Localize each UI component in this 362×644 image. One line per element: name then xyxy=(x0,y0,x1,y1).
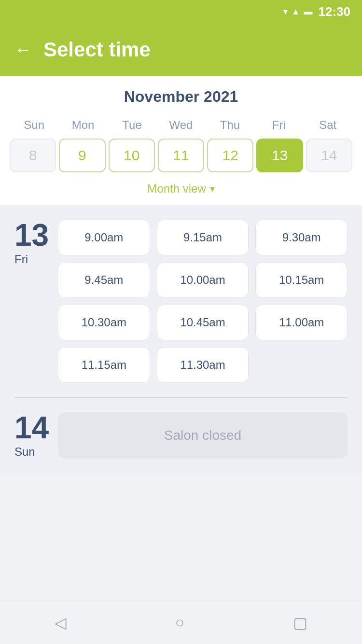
day-number: 13 xyxy=(14,220,58,251)
time-slots-section: 13Fri9.00am9.15am9.30am9.45am10.00am10.1… xyxy=(0,205,362,473)
time-slot[interactable]: 10.00am xyxy=(157,262,249,298)
calendar-date: 8 xyxy=(10,139,56,172)
date-row: 891011121314 xyxy=(10,139,352,172)
weekday-label: Mon xyxy=(58,115,107,135)
calendar-section: November 2021 SunMonTueWedThuFriSat 8910… xyxy=(0,76,362,205)
weekday-row: SunMonTueWedThuFriSat xyxy=(10,115,352,135)
back-button[interactable]: ← xyxy=(14,41,32,58)
nav-recent-icon[interactable]: ▢ xyxy=(293,614,307,632)
time-slots-grid: 9.00am9.15am9.30am9.45am10.00am10.15am10… xyxy=(58,220,348,383)
time-slot[interactable]: 9.15am xyxy=(157,220,249,255)
time-slot[interactable]: 9.00am xyxy=(58,220,150,255)
day-name: Sun xyxy=(14,445,58,459)
wifi-icon: ▾ xyxy=(283,6,288,17)
page-title: Select time xyxy=(43,38,151,61)
status-time: 12:30 xyxy=(319,4,351,19)
status-icons: ▾ ▲ ▬ xyxy=(283,6,313,17)
calendar-date[interactable]: 12 xyxy=(207,139,253,172)
month-view-label[interactable]: Month view xyxy=(147,182,206,196)
time-slot[interactable]: 10.45am xyxy=(157,305,249,340)
weekday-label: Thu xyxy=(206,115,254,135)
day-number-block: 13Fri xyxy=(14,220,58,266)
calendar-date[interactable]: 11 xyxy=(158,139,204,172)
app-header: ← Select time xyxy=(0,23,362,76)
status-bar: ▾ ▲ ▬ 12:30 xyxy=(0,0,362,23)
day-section: 14SunSalon closed xyxy=(14,398,348,459)
battery-icon: ▬ xyxy=(304,7,313,17)
time-slot[interactable]: 11.15am xyxy=(58,347,150,383)
day-header: 13Fri9.00am9.15am9.30am9.45am10.00am10.1… xyxy=(14,220,348,383)
time-slot[interactable]: 9.45am xyxy=(58,262,150,298)
day-name: Fri xyxy=(14,252,58,266)
nav-back-icon[interactable]: ◁ xyxy=(55,614,67,632)
salon-closed-label: Salon closed xyxy=(58,412,348,459)
weekday-label: Wed xyxy=(156,115,205,135)
day-section: 13Fri9.00am9.15am9.30am9.45am10.00am10.1… xyxy=(14,205,348,383)
calendar-date[interactable]: 10 xyxy=(109,139,155,172)
time-slot[interactable]: 11.00am xyxy=(255,305,348,340)
calendar-date: 14 xyxy=(306,139,352,172)
day-number: 14 xyxy=(14,412,58,443)
calendar-date[interactable]: 13 xyxy=(256,139,303,172)
time-slot[interactable]: 9.30am xyxy=(255,220,348,255)
weekday-label: Fri xyxy=(254,115,303,135)
month-view-toggle[interactable]: Month view ▾ xyxy=(10,178,352,197)
weekday-label: Sat xyxy=(304,115,352,135)
bottom-navigation: ◁ ○ ▢ xyxy=(0,601,362,644)
time-slot[interactable]: 10.30am xyxy=(58,305,150,340)
month-label: November 2021 xyxy=(10,88,352,106)
signal-icon: ▲ xyxy=(292,7,300,17)
time-slot[interactable]: 10.15am xyxy=(255,262,348,298)
weekday-label: Tue xyxy=(108,115,156,135)
chevron-down-icon: ▾ xyxy=(210,183,215,195)
day-number-block: 14Sun xyxy=(14,412,58,459)
calendar-date[interactable]: 9 xyxy=(59,139,105,172)
time-slot[interactable]: 11.30am xyxy=(157,347,249,383)
day-header: 14SunSalon closed xyxy=(14,412,348,459)
weekday-label: Sun xyxy=(10,115,58,135)
nav-home-icon[interactable]: ○ xyxy=(175,614,184,631)
